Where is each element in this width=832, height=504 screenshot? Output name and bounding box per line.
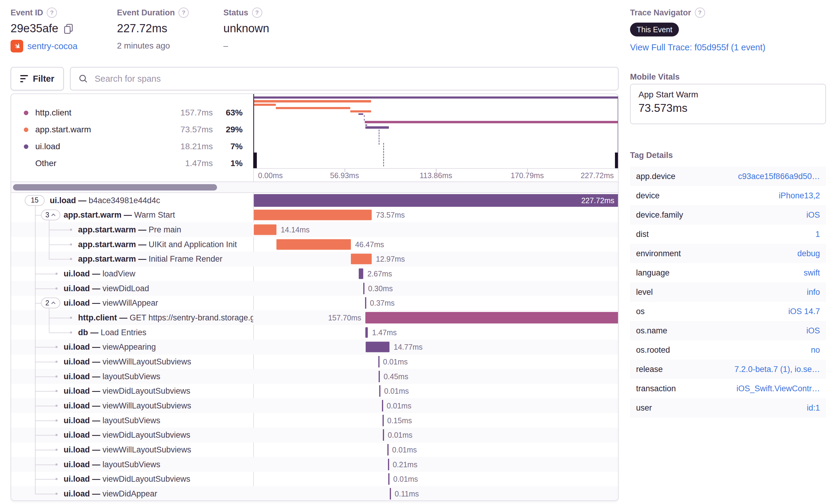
legend-item[interactable]: app.start.warm73.57ms29%: [11, 121, 253, 138]
span-duration-tick[interactable]: [365, 297, 366, 309]
span-row[interactable]: ui.load — viewDidLayoutSubviews0.01ms: [11, 384, 618, 398]
filter-button-label: Filter: [33, 74, 54, 84]
span-duration-label: 14.14ms: [281, 225, 310, 234]
help-icon[interactable]: ?: [47, 7, 57, 18]
span-duration-label: 227.72ms: [581, 196, 614, 205]
span-row[interactable]: ui.load — layoutSubViews0.45ms: [11, 369, 618, 384]
project-link[interactable]: sentry-cocoa: [27, 41, 77, 51]
span-row[interactable]: app.start.warm — Initial Frame Render12.…: [11, 252, 618, 266]
span-timeline-cell: 0.01ms: [254, 428, 619, 443]
tag-value-link[interactable]: 7.2.0-beta.7 (1), io.se…: [734, 365, 820, 374]
span-duration-tick[interactable]: [383, 429, 384, 441]
span-duration-bar[interactable]: [277, 239, 351, 249]
tag-value-link[interactable]: 1: [815, 230, 820, 239]
help-icon[interactable]: ?: [252, 7, 262, 18]
span-duration-tick[interactable]: [379, 371, 380, 382]
span-duration-tick[interactable]: [383, 415, 384, 426]
help-icon[interactable]: ?: [179, 7, 189, 18]
span-duration-label: 0.11ms: [395, 489, 419, 498]
help-icon[interactable]: ?: [695, 7, 705, 18]
status-label: Status: [224, 8, 249, 18]
span-row[interactable]: http.client — GET https://sentry-brand.s…: [11, 310, 618, 325]
span-row[interactable]: ui.load — viewWillLayoutSubviews0.01ms: [11, 354, 618, 369]
span-row[interactable]: ui.load — viewDidLayoutSubviews0.01ms: [11, 428, 618, 443]
tag-value-link[interactable]: iOS 14.7: [788, 307, 820, 316]
search-input[interactable]: [94, 74, 610, 84]
span-row[interactable]: db — Load Entries1.47ms: [11, 325, 618, 340]
span-row[interactable]: app.start.warm — Pre main14.14ms: [11, 222, 618, 237]
trace-minimap[interactable]: [253, 94, 619, 168]
filter-button[interactable]: Filter: [10, 67, 64, 90]
span-row[interactable]: 3app.start.warm — Warm Start73.57ms: [11, 208, 618, 222]
legend-item[interactable]: Other1.47ms1%: [11, 155, 253, 172]
span-duration-bar[interactable]: [365, 327, 368, 338]
span-duration-tick[interactable]: [363, 283, 364, 294]
mobile-vitals-title: Mobile Vitals: [630, 72, 680, 82]
span-row[interactable]: ui.load — viewWillLayoutSubviews0.01ms: [11, 398, 618, 413]
span-duration-tick[interactable]: [387, 444, 389, 455]
span-duration-tick[interactable]: [382, 400, 383, 412]
span-count-badge[interactable]: 2: [41, 297, 60, 308]
legend-item[interactable]: ui.load18.21ms7%: [11, 138, 253, 155]
view-full-trace-link[interactable]: View Full Trace: f05d955f (1 event): [630, 43, 765, 52]
span-row[interactable]: ui.load — loadView2.67ms: [11, 266, 618, 281]
tag-value-link[interactable]: iOS: [806, 326, 820, 336]
tree-scrollbar-track[interactable]: [11, 182, 618, 193]
span-row[interactable]: app.start.warm — UIKit and Application I…: [11, 237, 618, 252]
tag-key: language: [636, 268, 670, 277]
span-duration-label: 2.67ms: [367, 269, 392, 278]
span-duration-label: 46.47ms: [355, 240, 384, 249]
copy-icon[interactable]: [63, 24, 74, 34]
tree-scrollbar-thumb[interactable]: [13, 184, 217, 190]
span-row[interactable]: ui.load — layoutSubViews0.15ms: [11, 413, 618, 428]
tree-elbow-dot: [55, 419, 58, 421]
span-row[interactable]: ui.load — viewWillLayoutSubviews0.01ms: [11, 442, 618, 457]
span-tree-cell: app.start.warm — Initial Frame Render: [11, 252, 253, 266]
tag-value-link[interactable]: iOS_Swift.ViewContr…: [736, 384, 820, 393]
span-duration-bar[interactable]: [365, 312, 619, 323]
minimap-span-bar: [253, 104, 276, 106]
tag-value-link[interactable]: id:1: [807, 403, 820, 413]
span-duration-bar[interactable]: [254, 224, 277, 235]
span-duration-bar[interactable]: 227.72ms: [254, 194, 619, 207]
tag-value-link[interactable]: swift: [804, 268, 820, 277]
span-duration-bar[interactable]: [366, 342, 389, 352]
span-duration-tick[interactable]: [379, 385, 381, 397]
span-op: ui.load —: [63, 357, 103, 366]
span-row[interactable]: ui.load — viewDidAppear0.11ms: [11, 486, 618, 501]
span-tree-cell: http.client — GET https://sentry-brand.s…: [11, 310, 253, 325]
span-row[interactable]: 15ui.load — b4ace34981e44d4c227.72ms: [11, 193, 618, 208]
tag-value-link[interactable]: iPhone13,2: [779, 191, 820, 201]
tag-value-link[interactable]: c93ace15f866a9d50…: [738, 172, 820, 181]
tag-row: device.familyiOS: [630, 205, 826, 224]
span-duration-tick[interactable]: [378, 356, 380, 367]
span-duration-bar[interactable]: [359, 268, 363, 279]
tree-elbow-dot: [55, 346, 58, 348]
span-duration-tick[interactable]: [388, 473, 389, 485]
tag-row: app.devicec93ace15f866a9d50…: [630, 167, 826, 186]
span-timeline-cell: 0.01ms: [254, 398, 619, 413]
span-count-badge[interactable]: 3: [41, 210, 60, 220]
minimap-connector-dash: [383, 143, 384, 166]
span-row[interactable]: ui.load — viewAppearing14.77ms: [11, 340, 618, 354]
span-row[interactable]: 2ui.load — viewWillAppear0.37ms: [11, 296, 618, 311]
tag-key: os: [636, 307, 645, 316]
span-duration-bar[interactable]: [254, 210, 372, 220]
minimap-right-handle[interactable]: [615, 153, 619, 168]
span-duration-tick[interactable]: [390, 488, 391, 500]
tag-value-link[interactable]: no: [811, 345, 820, 355]
span-count-badge[interactable]: 15: [25, 195, 45, 206]
minimap-left-handle[interactable]: [253, 153, 257, 168]
tag-value-link[interactable]: debug: [797, 249, 820, 258]
span-row[interactable]: ui.load — viewDidLayoutSubviews0.01ms: [11, 472, 618, 486]
legend-item[interactable]: http.client157.7ms63%: [11, 104, 253, 121]
span-duration-tick[interactable]: [388, 459, 389, 470]
span-row[interactable]: ui.load — layoutSubViews0.21ms: [11, 457, 618, 472]
span-duration-bar[interactable]: [351, 254, 372, 264]
tag-value-link[interactable]: info: [807, 288, 820, 297]
tree-elbow: [49, 318, 71, 318]
span-desc: Warm Start: [134, 210, 175, 219]
span-row[interactable]: ui.load — viewDidLoad0.30ms: [11, 281, 618, 296]
tag-value-link[interactable]: iOS: [806, 210, 820, 220]
tree-elbow: [49, 230, 71, 230]
